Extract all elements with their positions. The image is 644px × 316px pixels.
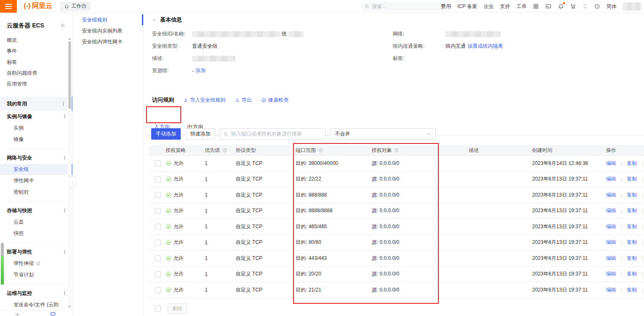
topbar-link[interactable]: 费用 xyxy=(441,3,451,10)
edit-link[interactable]: 编辑 xyxy=(606,160,616,167)
more-icon[interactable]: ⋮ xyxy=(62,246,67,258)
sidebar-item-my-favorites[interactable]: 我的常用 ⋮ xyxy=(0,97,72,111)
copy-link[interactable]: 复制 xyxy=(627,255,637,262)
copy-link[interactable]: 复制 xyxy=(627,286,637,294)
secondary-nav-item[interactable]: 安全组规则 xyxy=(73,14,143,25)
topbar-link[interactable]: 支持 xyxy=(500,3,510,10)
export-link[interactable]: 导出 xyxy=(235,97,252,104)
add-resource-group-link[interactable]: 添加 xyxy=(196,67,206,74)
sidebar-subitem[interactable]: 云盘 xyxy=(0,216,72,228)
sidebar-scrollbar[interactable]: ▲ ▼ xyxy=(68,36,72,309)
hamburger-menu-icon[interactable] xyxy=(0,0,17,13)
row-checkbox[interactable] xyxy=(155,160,161,166)
sidebar-subitem[interactable]: 镜像 xyxy=(0,134,72,145)
row-checkbox[interactable] xyxy=(155,176,161,182)
workspace-button[interactable]: 工作台 xyxy=(60,2,91,11)
edit-link[interactable]: 编辑 xyxy=(606,270,616,278)
row-checkbox[interactable] xyxy=(155,287,161,293)
console-widget-icon[interactable] xyxy=(50,312,56,316)
quick-add-button[interactable]: 快速添加 xyxy=(186,128,215,140)
sidebar-group-label[interactable]: 实例与镜像 ⋮ xyxy=(0,111,72,122)
bell-icon[interactable] xyxy=(558,3,564,9)
copy-link[interactable]: 复制 xyxy=(627,160,637,167)
topbar-link[interactable]: 企业 xyxy=(484,3,494,10)
bulk-delete-button[interactable]: 删除 xyxy=(168,303,187,314)
sidebar-subitem[interactable]: 节省计划 xyxy=(0,269,72,281)
sidebar-group-label[interactable]: 运维与监控 ⋮ xyxy=(0,288,72,299)
row-checkbox[interactable] xyxy=(155,208,161,214)
sidebar-item[interactable]: 事件 xyxy=(0,46,72,57)
merge-mode-select[interactable]: 不合并 xyxy=(330,128,436,140)
info-icon[interactable] xyxy=(318,148,323,153)
global-search-input[interactable]: 搜索... xyxy=(361,2,446,11)
set-isolation-link[interactable]: 设置成组内隔离 xyxy=(467,43,503,50)
sidebar-subitem[interactable]: 实例 xyxy=(0,122,72,134)
edit-link[interactable]: 编辑 xyxy=(606,207,616,214)
aliyun-logo[interactable]: (-) 阿里云 xyxy=(24,2,52,11)
sidebar-subitem[interactable]: 快照 xyxy=(0,228,72,239)
row-checkbox[interactable] xyxy=(155,224,161,230)
sidebar-group-label[interactable]: 部署与弹性 ⋮ xyxy=(0,246,72,258)
copy-link[interactable]: 复制 xyxy=(627,223,637,230)
more-icon[interactable]: ⋮ xyxy=(62,205,67,216)
topbar-link[interactable]: 工单 xyxy=(516,3,527,10)
edit-link[interactable]: 编辑 xyxy=(606,176,616,183)
scrollbar-thumb[interactable] xyxy=(68,41,71,109)
copy-link[interactable]: 复制 xyxy=(627,192,637,199)
cart-icon[interactable] xyxy=(570,3,576,9)
row-checkbox[interactable] xyxy=(155,255,161,261)
sidebar-subitem[interactable]: 密钥对 xyxy=(0,186,72,198)
port-range-cell: 目的: 443/443 xyxy=(296,255,372,262)
more-icon[interactable]: ⋮ xyxy=(62,152,67,164)
sidebar-group-label[interactable]: 网络与安全 ⋮ xyxy=(0,152,72,164)
sidebar-item[interactable]: 概览 xyxy=(0,35,72,46)
more-icon[interactable]: ⋮ xyxy=(62,111,67,122)
topbar-link[interactable]: ICP 备案 xyxy=(457,3,477,10)
copy-link[interactable]: 复制 xyxy=(627,176,637,183)
bulk-action-row: 删除 xyxy=(155,303,187,314)
collapse-arrow-icon[interactable] xyxy=(14,312,20,316)
language-switch[interactable]: 简体 xyxy=(606,3,617,10)
info-icon[interactable] xyxy=(394,148,399,153)
sidebar-subitem[interactable]: 弹性伸缩 xyxy=(0,258,72,269)
app-center-icon[interactable] xyxy=(533,3,539,9)
sidebar-item[interactable]: 自助问题排查 xyxy=(0,68,72,78)
copy-link[interactable]: 复制 xyxy=(627,207,637,214)
edit-link[interactable]: 编辑 xyxy=(606,255,616,262)
sidebar-item[interactable]: 应用管理 xyxy=(0,78,72,89)
scroll-up-icon[interactable]: ▲ xyxy=(68,37,71,41)
scroll-down-icon[interactable]: ▼ xyxy=(68,305,71,308)
copy-link[interactable]: 复制 xyxy=(627,270,637,278)
sidebar-item[interactable]: 标签 xyxy=(0,57,72,68)
lightbulb-icon[interactable] xyxy=(582,3,588,9)
import-rules-link[interactable]: 导入安全组规则 xyxy=(183,97,226,104)
secondary-nav-item[interactable]: 安全组内实例列表 xyxy=(73,25,143,36)
edit-link[interactable]: 编辑 xyxy=(606,239,616,246)
select-all-checkbox[interactable] xyxy=(155,305,161,311)
secondary-nav-item[interactable]: 安全组内弹性网卡 xyxy=(73,36,143,47)
info-icon[interactable] xyxy=(222,148,227,153)
collapse-chevron-icon[interactable] xyxy=(152,18,157,22)
terminal-icon[interactable] xyxy=(545,3,552,9)
check-circle-icon xyxy=(166,208,171,214)
edit-link[interactable]: 编辑 xyxy=(606,286,616,294)
copy-link[interactable]: 复制 xyxy=(627,239,637,246)
sidebar-group-label[interactable]: 存储与快照 ⋮ xyxy=(0,205,72,216)
help-icon[interactable]: ? xyxy=(594,3,600,9)
sidebar-collapse-handle[interactable] xyxy=(70,176,76,187)
manual-add-button[interactable]: 手动添加 xyxy=(151,128,181,140)
more-icon[interactable]: ⋮ xyxy=(62,288,67,299)
edit-link[interactable]: 编辑 xyxy=(606,223,616,230)
table-row: 允许 1 自定义 TCP 目的: 39000/40000 源: 0.0.0.0/… xyxy=(149,156,644,172)
row-checkbox[interactable] xyxy=(155,192,161,198)
health-check-link[interactable]: 健康检查 xyxy=(261,97,288,104)
avatar[interactable] xyxy=(623,3,641,11)
edit-link[interactable]: 编辑 xyxy=(606,192,616,199)
rule-search-input[interactable]: 输入端口或者授权对象进行搜索 xyxy=(220,128,326,140)
sidebar-search-icon[interactable] xyxy=(60,23,65,28)
row-checkbox[interactable] xyxy=(155,240,161,246)
more-icon[interactable]: ⋮ xyxy=(61,97,66,111)
row-checkbox[interactable] xyxy=(155,271,161,277)
sidebar-subitem[interactable]: 弹性网卡 xyxy=(0,175,72,186)
sidebar-subitem[interactable]: 安全组 xyxy=(0,164,72,175)
